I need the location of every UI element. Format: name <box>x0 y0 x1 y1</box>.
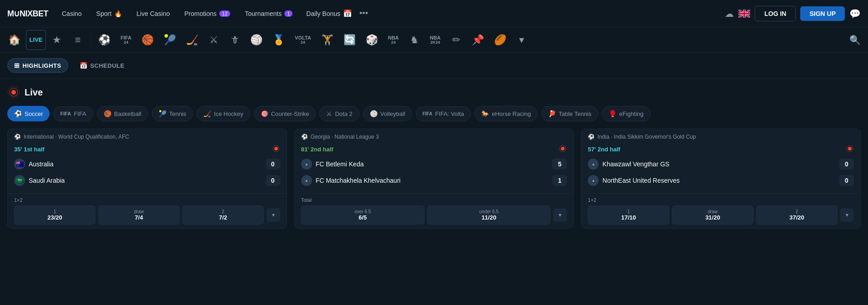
sport-hockey-btn[interactable]: 🏒 <box>182 30 203 50</box>
sport-volleyball2-btn[interactable]: 🏅 <box>268 30 289 50</box>
tab-table-tennis[interactable]: 🏓 Table Tennis <box>541 106 598 121</box>
match-card-1: ⚽ International · World Cup Qualificatio… <box>7 129 287 229</box>
match-2-body: ● FC Betlemi Keda 5 ● FC Matchakhela Khe… <box>295 156 574 193</box>
main-content: Live ⚽ Soccer FIFA FIFA 🏀 Basketball 🎾 T… <box>0 79 868 236</box>
odds-2-under[interactable]: under 6.5 11/20 <box>427 205 550 225</box>
sport-pencil-btn[interactable]: ✏ <box>446 30 466 50</box>
tab-ehorse[interactable]: 🐎 eHorse Racing <box>474 106 538 121</box>
team-5-info: ● Khawzawl Vengthar GS <box>588 159 669 170</box>
tab-ice-hockey[interactable]: 🏒 Ice Hockey <box>197 106 250 121</box>
nav-right: ☁ LOG IN SIGN UP 💬 <box>725 6 861 21</box>
nav-tournaments[interactable]: Tournaments 1 <box>238 6 299 21</box>
match-2-team-2: ● FC Matchakhela Khelvachauri 1 <box>301 172 567 189</box>
sport-news-btn[interactable]: ≡ <box>68 30 88 50</box>
login-button[interactable]: LOG IN <box>755 6 796 21</box>
sport-favorites-btn[interactable]: ★ <box>47 30 67 50</box>
sport-esports-btn[interactable]: ⚔ <box>204 30 224 50</box>
match-card-3-header: ⚽ India · India Sikkim Governor's Gold C… <box>581 129 860 145</box>
tab-tennis[interactable]: 🎾 Tennis <box>152 106 193 121</box>
schedule-icon: 📅 <box>80 62 88 69</box>
tab-efighting[interactable]: 🥊 eFighting <box>602 106 650 121</box>
tab-dota2[interactable]: ⚔ Dota 2 <box>319 106 359 121</box>
cloud-icon[interactable]: ☁ <box>725 8 734 19</box>
svg-point-6 <box>561 147 565 150</box>
expand-2-btn[interactable]: ▾ <box>553 208 567 222</box>
chat-icon[interactable]: 💬 <box>849 8 861 19</box>
expand-1-btn[interactable]: ▾ <box>267 208 280 222</box>
sport-sword-btn[interactable]: 🗡 <box>225 30 245 50</box>
svg-point-8 <box>848 147 852 150</box>
schedule-btn[interactable]: 📅 SCHEDULE <box>73 58 131 73</box>
nav-promotions[interactable]: Promotions 12 <box>178 6 237 21</box>
sport-soccer-btn[interactable]: ⚽ <box>94 30 115 50</box>
sport-nba-btn[interactable]: NBA24 <box>384 30 404 50</box>
fire-icon: 🔥 <box>114 10 122 17</box>
more-menu[interactable]: ••• <box>359 9 368 18</box>
sport-volta-btn[interactable]: VOLTA24 <box>290 30 316 50</box>
team-5-flag: ● <box>588 159 599 170</box>
nav-daily-bonus[interactable]: Daily Bonus 📅 <box>301 5 358 21</box>
tab-fifa-volta[interactable]: FIFA FIFA: Volta <box>416 106 471 121</box>
tennis-tab-icon: 🎾 <box>159 110 167 117</box>
top-nav: M∪NIXBET Casino Sport 🔥 Live Casino Prom… <box>0 0 868 27</box>
sport-fifa-btn[interactable]: FIFA24 <box>116 30 136 50</box>
match-3-bet-type: 1×2 <box>588 197 854 203</box>
tab-volleyball[interactable]: 🏐 Volleyball <box>363 106 412 121</box>
league-3-icon: ⚽ <box>588 134 595 140</box>
match-1-time: 35' 1st half <box>14 146 45 153</box>
sport-tennis-btn[interactable]: 🎾 <box>159 30 181 50</box>
team-6-info: ● NorthEast United Reserves <box>588 175 680 186</box>
sport-sport6-btn[interactable]: 🔄 <box>339 30 360 50</box>
sport-live-btn[interactable]: LIVE <box>26 30 46 50</box>
odds-3-draw[interactable]: draw 31/20 <box>672 205 753 225</box>
team-1-score: 0 <box>266 159 280 170</box>
odds-2-over[interactable]: over 6.5 6/5 <box>301 205 424 225</box>
team-2-info: 🇸🇦 Saudi Arabia <box>14 175 65 186</box>
odds-3-1[interactable]: 1 17/10 <box>588 205 669 225</box>
match-1-body: 🇦🇺 Australia 0 🇸🇦 Saudi Arabia 0 <box>8 156 287 193</box>
tournaments-badge: 1 <box>284 10 293 17</box>
logo[interactable]: M∪NIXBET <box>7 9 48 19</box>
ehorse-tab-icon: 🐎 <box>481 110 489 117</box>
team-2-score: 0 <box>266 175 280 186</box>
sport-divider-1 <box>91 33 91 47</box>
signup-button[interactable]: SIGN UP <box>800 6 845 21</box>
tab-basketball[interactable]: 🏀 Basketball <box>97 106 148 121</box>
nav-casino[interactable]: Casino <box>56 6 88 21</box>
match-2-time: 81' 2nd half <box>301 146 333 153</box>
sport-more-btn[interactable]: ▾ <box>512 30 532 50</box>
basketball-tab-icon: 🏀 <box>104 110 111 117</box>
tab-counter-strike[interactable]: 🎯 Counter-Strike <box>254 106 316 121</box>
highlights-btn[interactable]: ⊞ HIGHLIGHTS <box>7 58 68 73</box>
sport-sport5-btn[interactable]: 🏋 <box>317 30 338 50</box>
odds-1-1[interactable]: 1 23/20 <box>14 205 96 225</box>
team-2-flag: 🇸🇦 <box>14 175 25 186</box>
sport-pin-btn[interactable]: 📌 <box>467 30 489 50</box>
match-2-team-1: ● FC Betlemi Keda 5 <box>301 156 567 172</box>
sport-rugby-btn[interactable]: 🏉 <box>490 30 511 50</box>
nav-live-casino[interactable]: Live Casino <box>130 6 176 21</box>
live-title: Live <box>25 87 43 98</box>
expand-3-btn[interactable]: ▾ <box>840 208 854 222</box>
sport-horse-btn[interactable]: ♞ <box>404 30 424 50</box>
sport-nba2-btn[interactable]: NBA2K24 <box>425 30 445 50</box>
language-flag[interactable] <box>738 10 750 18</box>
tab-fifa[interactable]: FIFA FIFA <box>53 106 93 121</box>
team-1-flag: 🇦🇺 <box>14 159 25 170</box>
sport-basketball-btn[interactable]: 🏀 <box>137 30 158 50</box>
team-3-score: 5 <box>552 159 567 170</box>
search-icon[interactable]: 🔍 <box>846 31 864 49</box>
team-4-name: FC Matchakhela Khelvachauri <box>316 177 401 184</box>
sport-home-btn[interactable]: 🏠 <box>4 30 25 50</box>
match-1-footer: 1×2 1 23/20 draw 7/4 2 7/2 ▾ <box>8 193 287 228</box>
tab-soccer[interactable]: ⚽ Soccer <box>7 106 50 121</box>
team-4-info: ● FC Matchakhela Khelvachauri <box>301 175 401 186</box>
nav-sport[interactable]: Sport 🔥 <box>90 6 128 21</box>
odds-1-2[interactable]: 2 7/2 <box>182 205 264 225</box>
odds-3-2[interactable]: 2 37/20 <box>756 205 838 225</box>
team-6-name: NorthEast United Reserves <box>602 177 680 184</box>
odds-1-draw[interactable]: draw 7/4 <box>98 205 180 225</box>
sport-volleyball-btn[interactable]: 🏐 <box>246 30 267 50</box>
team-5-name: Khawzawl Vengthar GS <box>602 160 669 168</box>
sport-sport7-btn[interactable]: 🎲 <box>361 30 383 50</box>
